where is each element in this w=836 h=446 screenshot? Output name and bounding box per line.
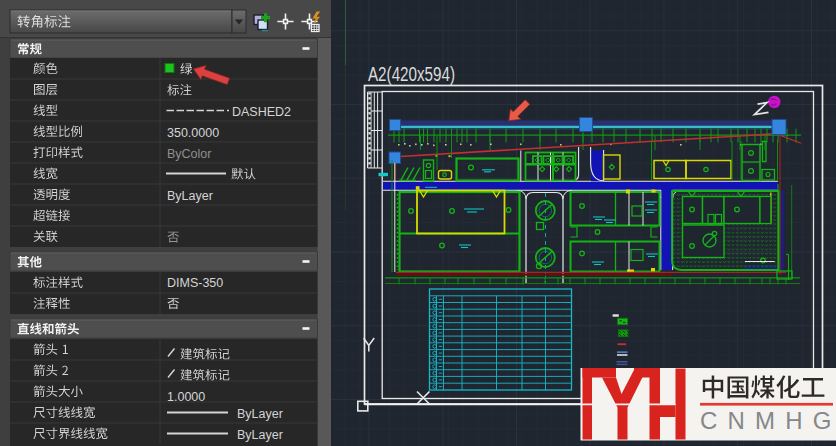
svg-text:ByColor: ByColor [167,147,211,161]
svg-text:DIMS-350: DIMS-350 [167,276,223,290]
svg-text:ByLayer: ByLayer [237,428,283,442]
svg-text:350.0000: 350.0000 [167,126,219,140]
svg-text:A2(420x594): A2(420x594) [368,63,455,85]
svg-text:1.0000: 1.0000 [167,390,205,404]
svg-text:ByLayer: ByLayer [237,407,283,421]
svg-text:CNMHG: CNMHG [700,407,836,434]
svg-text:DASHED2: DASHED2 [232,105,291,119]
svg-text:ByLayer: ByLayer [167,189,213,203]
